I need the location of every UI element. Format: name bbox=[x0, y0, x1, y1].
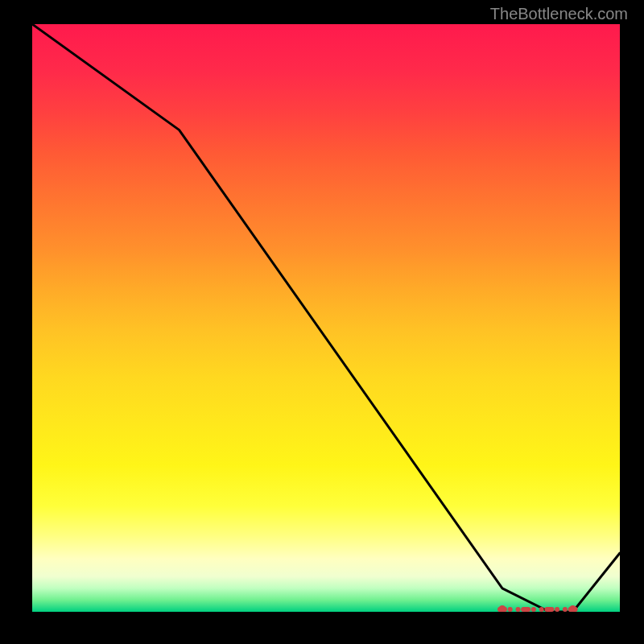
svg-rect-8 bbox=[563, 607, 568, 612]
svg-rect-5 bbox=[539, 607, 544, 612]
svg-point-11 bbox=[569, 605, 577, 612]
svg-rect-3 bbox=[521, 607, 530, 612]
data-line bbox=[32, 24, 620, 612]
svg-point-10 bbox=[498, 605, 506, 612]
svg-rect-2 bbox=[516, 607, 521, 612]
chart-container: TheBottleneck.com bbox=[0, 0, 644, 644]
watermark-text: TheBottleneck.com bbox=[490, 5, 628, 23]
plot-area bbox=[32, 24, 620, 612]
svg-rect-4 bbox=[531, 607, 536, 612]
svg-rect-6 bbox=[544, 607, 554, 612]
curve-svg bbox=[32, 24, 620, 612]
svg-rect-1 bbox=[508, 607, 513, 612]
svg-rect-7 bbox=[555, 607, 559, 612]
